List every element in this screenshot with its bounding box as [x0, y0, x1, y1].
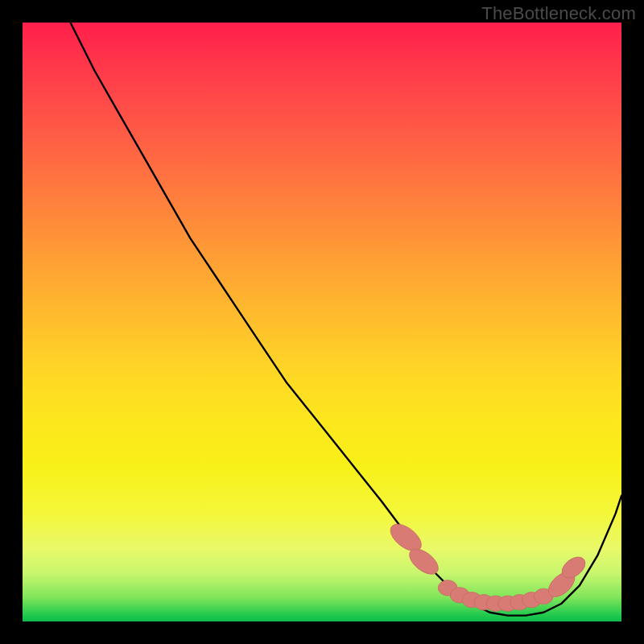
plot-area	[23, 23, 621, 621]
bottleneck-curve	[23, 0, 621, 616]
curve-svg	[23, 23, 621, 621]
curve-markers	[386, 519, 589, 612]
chart-frame: TheBottleneck.com	[0, 0, 644, 644]
watermark-label: TheBottleneck.com	[481, 3, 636, 24]
